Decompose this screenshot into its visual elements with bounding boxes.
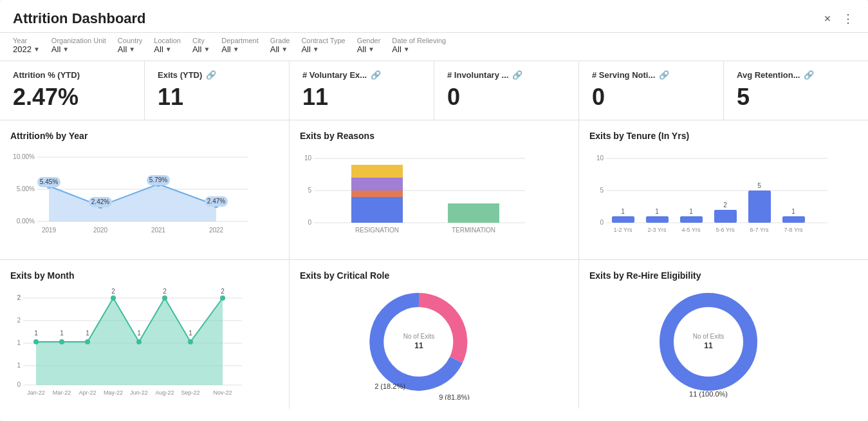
exits-by-tenure-card: Exits by Tenure (In Yrs) 10 5 0 1 1	[579, 120, 868, 259]
filter-year: Year 2022 ▼	[13, 37, 40, 54]
filter-date-of-relieving: Date of Relieving All ▼	[392, 37, 446, 54]
svg-text:RESIGNATION: RESIGNATION	[355, 227, 399, 234]
svg-text:5-6 Yrs: 5-6 Yrs	[716, 227, 735, 233]
svg-rect-29	[351, 197, 403, 223]
svg-text:Aug-22: Aug-22	[155, 389, 174, 396]
kpi-value-2: 11	[302, 84, 421, 111]
svg-point-74	[85, 339, 90, 344]
svg-text:2: 2	[17, 317, 21, 324]
exits-by-reasons-title: Exits by Reasons	[300, 131, 568, 141]
svg-text:5: 5	[308, 187, 311, 194]
svg-text:1: 1	[137, 330, 141, 337]
kpi-value-3: 0	[447, 84, 566, 111]
exits-by-rehire-chart: No of Exits 11 11 (100.0%)	[589, 287, 858, 402]
svg-point-78	[188, 339, 193, 344]
header: Attrition Dashboard × ⋮	[0, 0, 868, 33]
svg-text:Apr-22: Apr-22	[78, 389, 96, 396]
kpi-link-icon[interactable]: 🔗	[206, 70, 216, 80]
exits-by-reasons-card: Exits by Reasons 10 5 0	[290, 120, 579, 259]
filter-organization-unit: Organization Unit All ▼	[51, 37, 106, 54]
svg-text:2: 2	[111, 288, 115, 295]
exits-by-rehire-title: Exits by Re-Hire Eligibility	[589, 270, 858, 281]
svg-text:2.42%: 2.42%	[91, 198, 109, 205]
attrition-by-year-title: Attrition% by Year	[10, 131, 279, 141]
svg-text:TERMINATION: TERMINATION	[452, 227, 495, 234]
filter-contract-type: Contract Type All ▼	[301, 37, 345, 54]
exits-by-critical-role-card: Exits by Critical Role No of Exits 11 2 …	[290, 260, 579, 409]
svg-rect-44	[646, 216, 669, 223]
svg-point-76	[136, 339, 142, 344]
svg-text:1: 1	[689, 208, 693, 215]
attrition-by-year-card: Attrition% by Year 10.00% 5.00% 0.00%	[0, 120, 290, 259]
svg-text:2019: 2019	[42, 227, 57, 234]
svg-rect-33	[448, 203, 499, 223]
svg-text:Mar-22: Mar-22	[53, 389, 71, 396]
svg-text:0.00%: 0.00%	[17, 218, 35, 225]
attrition-year-svg: 10.00% 5.00% 0.00%	[10, 147, 255, 250]
exits-by-tenure-title: Exits by Tenure (In Yrs)	[589, 131, 858, 141]
exits-tenure-svg: 10 5 0 1 1 1 2	[589, 147, 834, 250]
svg-text:0: 0	[308, 219, 311, 226]
svg-text:10: 10	[596, 154, 604, 162]
exits-rehire-svg: No of Exits 11 11 (100.0%)	[589, 287, 827, 400]
filter-gender: Gender All ▼	[357, 37, 381, 54]
exits-by-month-title: Exits by Month	[10, 270, 279, 281]
more-icon[interactable]: ⋮	[841, 12, 855, 26]
svg-text:11: 11	[414, 341, 423, 350]
exits-by-reasons-chart: 10 5 0 RESIGNATION	[300, 147, 568, 253]
kpi-title-1: Exits (YTD)🔗	[158, 70, 276, 80]
svg-point-73	[59, 339, 64, 344]
svg-marker-6	[49, 184, 216, 221]
svg-point-79	[220, 295, 225, 301]
close-icon[interactable]: ×	[820, 12, 835, 26]
exits-reasons-svg: 10 5 0 RESIGNATION	[300, 147, 544, 250]
header-icons: × ⋮	[820, 12, 855, 26]
svg-text:5.45%: 5.45%	[40, 178, 58, 185]
svg-rect-52	[782, 216, 805, 223]
dashboard: Attrition Dashboard × ⋮ Year 2022 ▼Organ…	[0, 0, 868, 421]
kpi-title-5: Avg Retention...🔗	[737, 70, 855, 80]
svg-text:2.47%: 2.47%	[207, 198, 225, 205]
filter-city: City All ▼	[192, 37, 210, 54]
svg-text:4-5 Yrs: 4-5 Yrs	[682, 227, 701, 233]
svg-rect-31	[351, 178, 403, 191]
svg-text:2022: 2022	[209, 227, 224, 234]
kpi-title-3: # Involuntary ...🔗	[447, 70, 566, 80]
filters-bar: Year 2022 ▼Organization Unit All ▼Countr…	[0, 33, 868, 61]
kpi-card-5: Avg Retention...🔗 5	[724, 61, 868, 120]
kpi-card-4: # Serving Noti...🔗 0	[579, 61, 724, 120]
svg-point-72	[33, 339, 39, 344]
svg-text:10.00%: 10.00%	[13, 153, 35, 160]
kpi-card-0: Attrition % (YTD) 2.47%	[0, 61, 145, 120]
svg-text:2: 2	[163, 288, 167, 295]
kpi-value-4: 0	[592, 84, 710, 111]
kpi-link-icon[interactable]: 🔗	[371, 70, 381, 80]
kpi-link-icon[interactable]: 🔗	[804, 70, 814, 80]
exits-by-month-card: Exits by Month 2 2 2 1 1 0	[0, 260, 290, 409]
exits-by-rehire-card: Exits by Re-Hire Eligibility No of Exits…	[579, 260, 868, 409]
svg-text:5: 5	[757, 182, 761, 189]
svg-text:1-2 Yrs: 1-2 Yrs	[614, 227, 633, 233]
svg-text:Jan-22: Jan-22	[27, 389, 45, 396]
svg-text:No of Exits: No of Exits	[403, 333, 434, 340]
svg-text:0: 0	[600, 219, 604, 226]
svg-text:1: 1	[791, 208, 795, 215]
svg-text:11 (100.0%): 11 (100.0%)	[689, 390, 728, 398]
kpi-link-icon[interactable]: 🔗	[512, 70, 522, 80]
exits-by-month-chart: 2 2 2 1 1 0	[10, 287, 279, 402]
svg-point-77	[162, 295, 167, 301]
svg-text:7-8 Yrs: 7-8 Yrs	[784, 227, 803, 233]
charts-row-1: Attrition% by Year 10.00% 5.00% 0.00%	[0, 120, 868, 260]
filter-country: Country All ▼	[118, 37, 143, 54]
svg-text:6-7 Yrs: 6-7 Yrs	[750, 227, 769, 233]
svg-text:2: 2	[17, 294, 21, 301]
svg-rect-46	[680, 216, 703, 223]
svg-rect-32	[351, 165, 403, 178]
filter-location: Location All ▼	[154, 37, 181, 54]
svg-rect-48	[714, 210, 737, 223]
kpi-link-icon[interactable]: 🔗	[659, 70, 669, 80]
kpi-card-3: # Involuntary ...🔗 0	[434, 61, 579, 120]
exits-by-critical-role-title: Exits by Critical Role	[300, 270, 568, 281]
kpi-value-0: 2.47%	[13, 84, 131, 111]
kpi-title-4: # Serving Noti...🔗	[592, 70, 710, 80]
